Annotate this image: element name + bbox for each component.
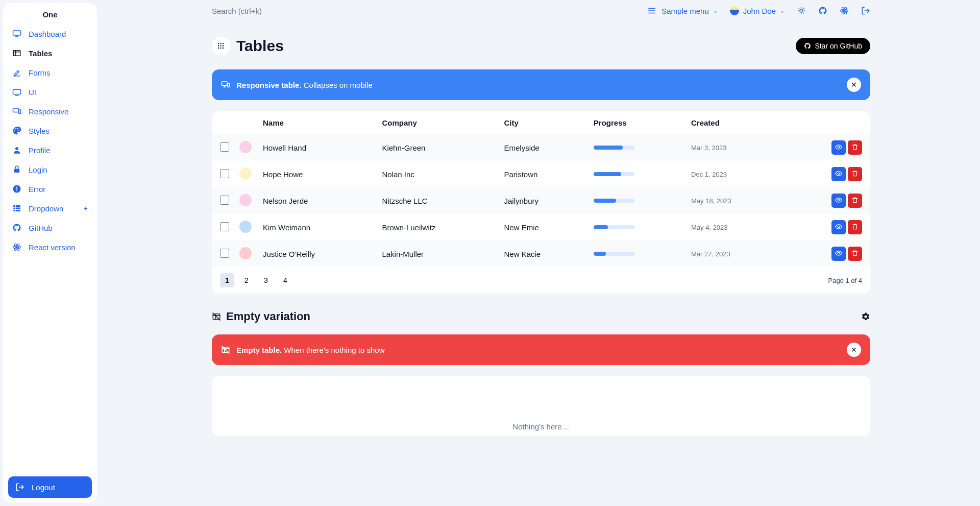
view-button[interactable] [831,140,846,155]
sidebar-item-profile[interactable]: Profile [3,140,97,160]
sidebar-item-label: Profile [29,146,51,155]
sidebar-item-react-version[interactable]: React version [3,237,97,257]
svg-rect-1 [13,51,20,56]
close-button[interactable]: ✕ [847,343,861,357]
cell-progress [589,187,686,214]
view-list-icon [12,204,21,213]
sidebar-item-label: Responsive [29,107,68,116]
sidebar-item-ui[interactable]: UI [3,82,97,102]
tv-icon [12,87,21,97]
gear-icon[interactable] [861,312,870,321]
sidebar-item-forms[interactable]: Forms [3,63,97,82]
cell-created: Mar 3, 2023 [686,134,782,161]
page-button-1[interactable]: 1 [220,273,234,287]
sidebar-item-github[interactable]: GitHub [3,218,97,237]
section-header-empty: Empty variation [212,310,870,323]
delete-button[interactable] [848,194,862,208]
sidebar-item-label: Styles [29,127,50,135]
view-button[interactable] [831,167,846,181]
calendar-grid-icon [212,37,230,55]
chevron-down-icon: ⌄ [780,8,785,14]
sidebar-item-label: Forms [29,68,51,77]
cell-city: Jailynbury [499,187,588,214]
svg-rect-31 [218,47,219,49]
table-row: Howell HandKiehn-GreenEmelysideMar 3, 20… [212,134,870,161]
cell-company: Nolan Inc [377,161,499,187]
svg-point-39 [838,226,840,228]
cell-created: May 4, 2023 [686,214,782,240]
theme-toggle-icon[interactable] [797,6,806,15]
sidebar-item-label: GitHub [29,224,53,232]
delete-button[interactable] [848,220,862,234]
page-title: Tables [236,37,284,55]
cell-progress [589,134,686,161]
cell-created: Mar 27, 2023 [686,240,782,267]
delete-button[interactable] [848,167,862,181]
trash-icon [851,143,859,152]
sidebar-item-responsive[interactable]: Responsive [3,102,97,121]
github-icon[interactable] [818,6,827,15]
view-button[interactable] [831,247,846,261]
sidebar-item-label: React version [29,243,76,252]
sidebar-item-tables[interactable]: Tables [3,43,97,63]
row-checkbox[interactable] [220,169,229,178]
github-icon [12,223,21,232]
trash-icon [851,250,859,258]
brand: One [3,3,97,24]
sidebar-item-error[interactable]: Error [3,179,97,199]
table-row: Justice O'ReillyLakin-MullerNew KacieMar… [212,240,870,267]
github-icon [804,42,811,50]
sidebar-item-dashboard[interactable]: Dashboard [3,24,97,43]
svg-rect-4 [19,110,21,114]
sidebar-item-login[interactable]: Login [3,160,97,179]
search-input[interactable]: Search (ctrl+k) [212,7,635,15]
cell-company: Brown-Lueilwitz [377,214,499,240]
delete-button[interactable] [848,140,862,155]
cell-name: Justice O'Reilly [258,240,377,267]
star-github-button[interactable]: Star on GitHub [796,38,870,54]
edit-icon [12,68,21,77]
palette-icon [12,126,21,135]
notification-responsive: Responsive table. Collapses on mobile ✕ [212,69,870,100]
row-checkbox[interactable] [220,249,229,258]
page-button-3[interactable]: 3 [259,273,273,287]
react-icon[interactable] [840,6,849,15]
th-created: Created [686,111,782,134]
delete-button[interactable] [848,247,862,261]
sidebar-nav: DashboardTablesFormsUIResponsiveStylesPr… [3,24,97,456]
svg-rect-29 [220,45,222,46]
table-row: Nelson JerdeNitzsche LLCJailynburyMay 18… [212,187,870,214]
svg-rect-2 [13,90,21,94]
svg-rect-30 [223,45,224,46]
sidebar-item-styles[interactable]: Styles [3,121,97,140]
sidebar-item-label: Login [29,165,47,174]
clients-table-card: Name Company City Progress Created Howel… [212,111,870,294]
avatar [239,167,252,180]
page-button-4[interactable]: 4 [278,273,292,287]
account-icon [12,146,21,155]
monitor-cellphone-icon [221,80,230,89]
user-name: John Doe [743,7,776,15]
close-button[interactable]: ✕ [847,78,861,92]
view-button[interactable] [831,220,846,234]
chevron-down-icon: ⌄ [713,8,718,14]
row-checkbox[interactable] [220,222,229,231]
logout-icon[interactable] [861,6,870,15]
cell-city: Emelyside [499,134,588,161]
view-button[interactable] [831,194,846,208]
sidebar-item-dropdown[interactable]: Dropdown+ [3,199,97,218]
main: Search (ctrl+k) Sample menu ⌄ John Doe ⌄ [102,0,980,456]
avatar [239,194,252,206]
avatar [239,221,252,233]
svg-point-5 [15,147,18,150]
cell-created: May 18, 2023 [686,187,782,214]
svg-rect-3 [13,108,19,112]
page-button-2[interactable]: 2 [239,273,254,287]
svg-point-38 [838,199,840,201]
sample-menu-dropdown[interactable]: Sample menu ⌄ [647,6,718,15]
sidebar: One DashboardTablesFormsUIResponsiveStyl… [3,3,97,456]
row-checkbox[interactable] [220,196,229,205]
user-menu-dropdown[interactable]: John Doe ⌄ [730,6,785,15]
sample-menu-label: Sample menu [662,7,709,15]
row-checkbox[interactable] [220,142,229,152]
